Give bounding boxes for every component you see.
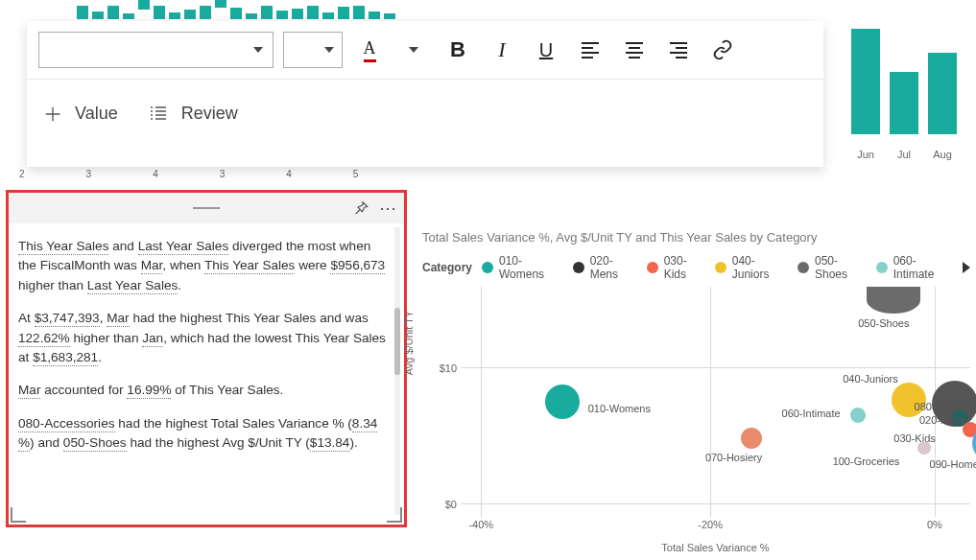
scatter-title: Total Sales Variance %, Avg $/Unit TY an…: [422, 230, 970, 245]
background-bar-chart: [0, 0, 976, 19]
align-left-button[interactable]: [573, 33, 607, 67]
drag-grip-icon[interactable]: [193, 207, 220, 209]
y-axis-label: Avg $/Unit TY: [403, 311, 415, 375]
more-options-icon[interactable]: ⋯: [379, 199, 396, 217]
bubble-100-groceries[interactable]: [917, 441, 931, 455]
legend-dot: [876, 262, 888, 273]
font-color-button[interactable]: A: [352, 33, 387, 67]
legend-dot: [715, 262, 726, 273]
scatter-legend: Category 010-Womens 020-Mens 030-Kids 04…: [422, 254, 970, 281]
legend-scroll-right-icon[interactable]: [963, 262, 970, 273]
right-side-bars: [851, 29, 957, 134]
scrollbar-thumb[interactable]: [394, 308, 400, 375]
chevron-down-icon: [409, 47, 418, 53]
axis-small-numbers: 234 345: [0, 169, 976, 179]
bubble-060-intimate[interactable]: [850, 408, 866, 423]
review-button[interactable]: Review: [147, 103, 238, 126]
font-family-select[interactable]: [38, 32, 274, 68]
link-button[interactable]: [705, 33, 740, 67]
pin-icon[interactable]: [352, 199, 369, 217]
visual-header: ⋯: [9, 193, 404, 223]
bold-button[interactable]: B: [440, 33, 475, 67]
right-month-labels: JunJulAug: [851, 149, 957, 160]
font-size-select[interactable]: [283, 32, 343, 68]
plus-icon: [42, 104, 63, 125]
y-axis: $10 $0: [424, 287, 457, 517]
bubble-050-shoes[interactable]: [867, 287, 920, 314]
bubble-070-hosiery[interactable]: [741, 428, 762, 449]
x-axis: -40% -20% 0%: [461, 519, 970, 534]
legend-dot: [573, 262, 584, 273]
smart-narrative-visual[interactable]: ⋯ This Year Sales and Last Year Sales di…: [6, 190, 407, 527]
review-list-icon: [147, 103, 170, 126]
align-right-button[interactable]: [661, 33, 696, 67]
legend-dot: [647, 262, 658, 273]
bubble-010-womens[interactable]: [545, 385, 580, 419]
scatter-visual: Total Sales Variance %, Avg $/Unit TY an…: [422, 230, 970, 541]
scatter-plot-area: Avg $/Unit TY $10 $0 050-Shoes 010-Women…: [461, 287, 970, 517]
chevron-down-icon: [324, 47, 334, 53]
format-toolbar: A B I U Value Review: [27, 21, 823, 167]
legend-dot: [797, 262, 809, 273]
font-color-dropdown[interactable]: [396, 33, 431, 67]
underline-button[interactable]: U: [529, 33, 563, 67]
chevron-down-icon: [253, 47, 263, 53]
legend-dot: [482, 262, 493, 273]
x-axis-label: Total Sales Variance %: [661, 542, 769, 553]
resize-handle-bl[interactable]: [11, 507, 26, 523]
narrative-text: This Year Sales and Last Year Sales dive…: [9, 223, 404, 525]
italic-button[interactable]: I: [485, 33, 519, 67]
align-center-button[interactable]: [617, 33, 652, 67]
add-value-button[interactable]: Value: [42, 104, 118, 125]
